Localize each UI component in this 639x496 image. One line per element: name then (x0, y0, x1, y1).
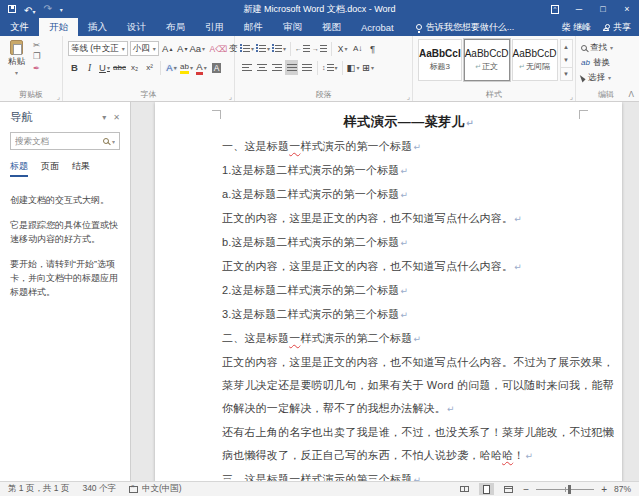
collapse-ribbon-icon[interactable]: ᐱ (629, 90, 634, 99)
doc-line-13[interactable]: 还有右上角的名字也出卖了我是谁，不过，也没关系了！菜芽儿能改，不过犯懒 (222, 421, 596, 444)
character-shading-icon[interactable]: A (210, 60, 223, 75)
paste-button[interactable]: 粘贴 ▾ (5, 39, 28, 77)
doc-line-4[interactable]: 正文的内容，这里是正文的内容，也不知道写点什么内容。↵ (222, 207, 596, 231)
save-icon[interactable] (8, 5, 16, 13)
doc-line-10[interactable]: 正文的内容，这里是正文的内容，也不知道写点什么内容。不过为了展示效果， (222, 351, 596, 374)
strikethrough-icon[interactable]: abc (113, 60, 126, 75)
doc-line-3[interactable]: a.这是标题二样式演示的第一个标题↵ (222, 183, 596, 207)
distribute-icon[interactable] (300, 60, 313, 75)
search-input[interactable] (15, 136, 100, 146)
clipboard-dialog-launcher-icon[interactable]: ⌟ (57, 93, 60, 100)
read-mode-button[interactable] (457, 483, 472, 495)
ribbon-display-options-icon[interactable]: ^ (543, 0, 567, 18)
doc-line-1[interactable]: 一、这是标题一样式演示的第一个标题↵ (222, 135, 596, 159)
font-color-icon[interactable]: A▾ (195, 60, 208, 75)
doc-line-2[interactable]: 1.这是标题二样式演示的第一个标题↵ (222, 159, 596, 183)
tab-0[interactable]: 开始 (39, 18, 78, 36)
gallery-more-icon[interactable]: ▼ (561, 67, 572, 80)
font-name-combobox[interactable]: 等线 (中文正 ▾ (68, 41, 128, 56)
bold-button[interactable]: B (68, 60, 81, 75)
highlight-color-icon[interactable]: ab▾ (180, 60, 193, 75)
tab-file[interactable]: 文件 (0, 18, 39, 36)
gallery-up-icon[interactable]: ▲ (561, 40, 572, 53)
increase-indent-icon[interactable]: → (312, 41, 327, 56)
zoom-out-icon[interactable]: − (523, 484, 529, 495)
copy-icon[interactable]: ❐ (33, 52, 41, 61)
print-layout-button[interactable] (479, 483, 494, 495)
minimize-icon[interactable]: ─ (567, 0, 591, 18)
style-card-2[interactable]: AaBbCcD↵无间隔 (512, 39, 558, 81)
borders-icon[interactable]: ⊞▾ (362, 60, 375, 75)
close-icon[interactable]: × (615, 0, 639, 18)
text-effects-icon[interactable]: A▾ (165, 60, 178, 75)
doc-line-0[interactable]: 样式演示——菜芽儿↵ (222, 110, 596, 135)
paragraph-dialog-launcher-icon[interactable]: ⌟ (407, 93, 410, 100)
decrease-indent-icon[interactable]: ← (295, 41, 310, 56)
tab-6[interactable]: 审阅 (273, 18, 312, 36)
doc-line-14[interactable]: 病也懒得改了，反正自己写的东西，不怕人说抄袭，哈哈哈！↵ (222, 444, 596, 468)
shading-icon[interactable]: ◧▾ (347, 60, 360, 75)
show-hide-marks-icon[interactable]: ¶ (366, 41, 379, 56)
tab-7[interactable]: 视图 (312, 18, 351, 36)
italic-button[interactable]: I (83, 60, 96, 75)
grow-font-icon[interactable]: A▴ (161, 41, 174, 56)
styles-dialog-launcher-icon[interactable]: ⌟ (570, 93, 573, 100)
doc-line-12[interactable]: 你解决的一定解决，帮不了的我想办法解决。↵ (222, 397, 596, 421)
tab-3[interactable]: 布局 (156, 18, 195, 36)
undo-button[interactable]: ↶▾ (24, 0, 35, 18)
zoom-in-icon[interactable]: + (601, 484, 607, 495)
asian-layout-icon[interactable]: X▾ (336, 41, 349, 56)
language-indicator[interactable]: 中文(中国) (129, 483, 182, 495)
share-button[interactable]: 共享 (603, 21, 631, 34)
select-button[interactable]: 选择 ▾ (581, 71, 632, 84)
redo-icon[interactable]: ↷ (43, 4, 51, 14)
nav-close-icon[interactable]: ✕ (113, 113, 120, 122)
replace-button[interactable]: ab 替换 (581, 56, 632, 69)
font-dialog-launcher-icon[interactable]: ⌟ (229, 93, 232, 100)
sort-icon[interactable]: A↓ (351, 41, 364, 56)
web-layout-button[interactable] (501, 483, 516, 495)
document-page[interactable]: 样式演示——菜芽儿↵一、这是标题一样式演示的第一个标题↵1.这是标题二样式演示的… (155, 102, 622, 481)
numbering-icon[interactable]: ▾ (256, 41, 270, 56)
find-button[interactable]: 查找 ▾ (581, 41, 632, 54)
zoom-slider[interactable] (536, 489, 594, 490)
zoom-level[interactable]: 87% (614, 484, 631, 494)
doc-line-15[interactable]: 三、这是标题一样式演示的第三个标题↵ (222, 468, 596, 481)
font-size-combobox[interactable]: 小四 ▾ (130, 41, 159, 56)
page-indicator[interactable]: 第 1 页，共 1 页 (8, 483, 69, 495)
change-case-icon[interactable]: Aa▾ (191, 41, 204, 56)
align-left-icon[interactable] (240, 60, 253, 75)
doc-line-8[interactable]: 3.这是标题二样式演示的第三个标题↵ (222, 303, 596, 327)
user-name[interactable]: 柴 继峰 (561, 21, 591, 34)
line-spacing-icon[interactable]: ↕▾ (322, 60, 338, 75)
qat-customize-icon[interactable]: ▾ (60, 6, 63, 13)
align-center-icon[interactable] (255, 60, 268, 75)
multilevel-list-icon[interactable]: ▾ (272, 41, 286, 56)
tab-2[interactable]: 设计 (117, 18, 156, 36)
align-right-icon[interactable] (270, 60, 283, 75)
nav-options-icon[interactable]: ▾ (102, 113, 106, 122)
style-card-1[interactable]: AaBbCcD↵正文 (464, 39, 510, 81)
shrink-font-icon[interactable]: A▾ (176, 41, 189, 56)
tab-1[interactable]: 插入 (78, 18, 117, 36)
doc-line-5[interactable]: b.这是标题二样式演示的第二个标题↵ (222, 231, 596, 255)
maximize-icon[interactable]: □ (591, 0, 615, 18)
tell-me-box[interactable]: 告诉我您想要做什么... (416, 18, 515, 36)
underline-button[interactable]: U▾ (98, 60, 111, 75)
search-options-icon[interactable]: ▾ (112, 138, 115, 145)
doc-line-6[interactable]: 正文的内容，这里是正文的内容，也不知道写点什么内容。↵ (222, 255, 596, 279)
doc-line-7[interactable]: 2.这是标题二样式演示的第二个标题↵ (222, 279, 596, 303)
search-icon[interactable] (103, 138, 109, 144)
superscript-icon[interactable]: x² (143, 60, 156, 75)
tab-5[interactable]: 邮件 (234, 18, 273, 36)
cut-icon[interactable]: ✂ (33, 41, 41, 50)
style-card-0[interactable]: AaBbCcI标题3 (418, 39, 462, 81)
justify-icon[interactable] (285, 60, 298, 75)
nav-tab-2[interactable]: 结果 (72, 160, 90, 177)
subscript-icon[interactable]: x₂ (128, 60, 141, 75)
doc-line-9[interactable]: 二、这是标题一样式演示的第二个标题↵ (222, 327, 596, 351)
format-painter-icon[interactable]: ✒ (33, 64, 41, 73)
tab-8[interactable]: Acrobat (351, 18, 404, 36)
gallery-down-icon[interactable]: ▼ (561, 54, 572, 67)
doc-line-11[interactable]: 菜芽儿决定还是要唠叨几句，如果有关于 Word 的问题，可以随时来问我，能帮 (222, 374, 596, 397)
